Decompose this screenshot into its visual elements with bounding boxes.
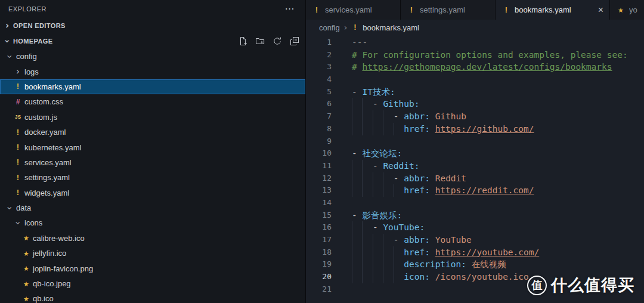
code-line-16[interactable]: 16- YouTube:: [306, 221, 644, 234]
line-number: 13: [306, 184, 332, 197]
line-number: 6: [306, 98, 332, 110]
line-number: 12: [306, 172, 332, 185]
tree-item-qb.ico[interactable]: ★qb.ico: [0, 291, 305, 303]
line-number: 19: [306, 258, 332, 271]
code-line-19[interactable]: 19description: 在线视频: [306, 258, 644, 271]
tree-item-kubernetes.yaml[interactable]: !kubernetes.yaml: [0, 140, 305, 154]
tree-item-icons[interactable]: ›icons: [0, 215, 305, 230]
tab-bookmarks.yaml[interactable]: !bookmarks.yaml×: [496, 0, 610, 20]
tree-item-services.yaml[interactable]: !services.yaml: [0, 155, 305, 170]
code-line-text: - Github:: [332, 98, 419, 110]
code-line-18[interactable]: 18href: https://youtube.com/: [306, 246, 644, 259]
url-link[interactable]: https://github.com/: [435, 124, 534, 134]
line-number: 3: [306, 61, 332, 73]
code-line-14[interactable]: 14: [306, 197, 644, 209]
code-line-11[interactable]: 11- Reddit:: [306, 160, 644, 172]
tree-item-label: kubernetes.yaml: [24, 143, 81, 152]
code-line-3[interactable]: 3# https://gethomepage.dev/latest/config…: [306, 61, 644, 73]
chevron-down-icon: ›: [5, 52, 14, 61]
new-folder-button[interactable]: [255, 36, 265, 46]
vscode-window: EXPLORER ⋯ › OPEN EDITORS › HOMEPAGE: [0, 0, 644, 303]
section-open-editors[interactable]: › OPEN EDITORS: [0, 18, 305, 33]
code-line-7[interactable]: 7- abbr: Github: [306, 110, 644, 123]
close-icon[interactable]: ×: [598, 5, 603, 15]
code-line-21[interactable]: 21: [306, 283, 644, 296]
tree-item-label: custom.css: [24, 97, 63, 106]
section-actions: [238, 36, 305, 46]
tree-item-logs[interactable]: ›logs: [0, 64, 305, 79]
chevron-right-icon: ›: [344, 23, 348, 32]
yaml-icon: !: [312, 5, 321, 15]
tree-item-jellyfin.ico[interactable]: ★jellyfin.ico: [0, 246, 305, 261]
tree-item-calibre-web.ico[interactable]: ★calibre-web.ico: [0, 231, 305, 246]
code-line-12[interactable]: 12- abbr: Reddit: [306, 172, 644, 185]
more-actions-icon[interactable]: ⋯: [285, 4, 295, 14]
section-homepage[interactable]: › HOMEPAGE: [0, 33, 305, 49]
indent-guide: [373, 184, 383, 197]
indent-guide: [352, 258, 362, 271]
code-line-13[interactable]: 13href: https://reddit.com/: [306, 184, 644, 197]
indent-guide: [362, 110, 372, 123]
tree-item-label: settings.yaml: [24, 173, 70, 182]
js-icon: JS: [13, 112, 23, 122]
tree-item-label: config: [16, 52, 37, 61]
url-link[interactable]: https://gethomepage.dev/latest/configs/b…: [362, 62, 612, 72]
tab-label: settings.yaml: [420, 5, 489, 14]
line-number: 15: [306, 209, 332, 222]
tab-yo[interactable]: ★yo: [610, 0, 644, 20]
url-link[interactable]: https://reddit.com/: [435, 185, 534, 195]
code-line-text: [332, 197, 352, 209]
indent-guide: [362, 271, 372, 283]
indent-guide: [383, 246, 393, 259]
line-number: 11: [306, 160, 332, 172]
indent-guide: [394, 184, 404, 197]
code-line-8[interactable]: 8href: https://github.com/: [306, 123, 644, 135]
code-line-10[interactable]: 10- 社交论坛:: [306, 147, 644, 160]
indent-guide: [352, 271, 362, 283]
code-line-text: href: https://youtube.com/: [332, 246, 539, 259]
code-line-1[interactable]: 1---: [306, 36, 644, 49]
tree-item-custom.js[interactable]: JScustom.js: [0, 110, 305, 125]
tree-item-label: jellyfin.ico: [33, 249, 66, 258]
tree-item-settings.yaml[interactable]: !settings.yaml: [0, 170, 305, 185]
tree-item-joplin-favicon.png[interactable]: ★joplin-favicon.png: [0, 261, 305, 276]
tree-item-bookmarks.yaml[interactable]: !bookmarks.yaml: [0, 79, 305, 94]
indent-guide: [362, 258, 372, 271]
tree-item-widgets.yaml[interactable]: !widgets.yaml: [0, 185, 305, 200]
indent-guide: [352, 234, 362, 246]
indent-guide: [383, 123, 393, 135]
tree-item-docker.yaml[interactable]: !docker.yaml: [0, 125, 305, 140]
code-line-5[interactable]: 5- IT技术:: [306, 86, 644, 98]
indent-guide: [373, 234, 383, 246]
code-line-20[interactable]: 20icon: /icons/youtube.ico: [306, 271, 644, 283]
tab-settings.yaml[interactable]: !settings.yaml: [401, 0, 496, 20]
yaml-icon: !: [13, 188, 23, 197]
tree-item-data[interactable]: ›data: [0, 200, 305, 215]
indent-guide: [383, 234, 393, 246]
tree-item-custom.css[interactable]: #custom.css: [0, 94, 305, 109]
new-file-button[interactable]: [238, 36, 247, 46]
indent-guide: [373, 258, 383, 271]
indent-guide: [352, 184, 362, 197]
code-line-2[interactable]: 2# For configuration options and example…: [306, 49, 644, 61]
refresh-button[interactable]: [273, 36, 282, 46]
url-link[interactable]: https://youtube.com/: [435, 248, 540, 257]
code-line-6[interactable]: 6- Github:: [306, 98, 644, 110]
tab-services.yaml[interactable]: !services.yaml: [306, 0, 401, 20]
collapse-all-button[interactable]: [290, 36, 299, 46]
code-line-17[interactable]: 17- abbr: YouTube: [306, 234, 644, 246]
tree-item-label: widgets.yaml: [24, 188, 69, 197]
code-line-9[interactable]: 9: [306, 135, 644, 148]
tab-label: yo: [629, 5, 644, 14]
code-editor[interactable]: 1---2# For configuration options and exa…: [306, 35, 644, 303]
indent-guide: [352, 160, 362, 172]
tree-item-config[interactable]: ›config: [0, 49, 305, 64]
tree-item-qb-ico.jpeg[interactable]: ★qb-ico.jpeg: [0, 276, 305, 291]
code-line-15[interactable]: 15- 影音娱乐:: [306, 209, 644, 222]
indent-guide: [373, 246, 383, 259]
code-line-4[interactable]: 4: [306, 73, 644, 86]
code-line-text: # https://gethomepage.dev/latest/configs…: [332, 61, 612, 73]
breadcrumb-file[interactable]: bookmarks.yaml: [363, 23, 419, 32]
breadcrumb-folder[interactable]: config: [319, 23, 340, 32]
indent-guide: [362, 160, 372, 172]
